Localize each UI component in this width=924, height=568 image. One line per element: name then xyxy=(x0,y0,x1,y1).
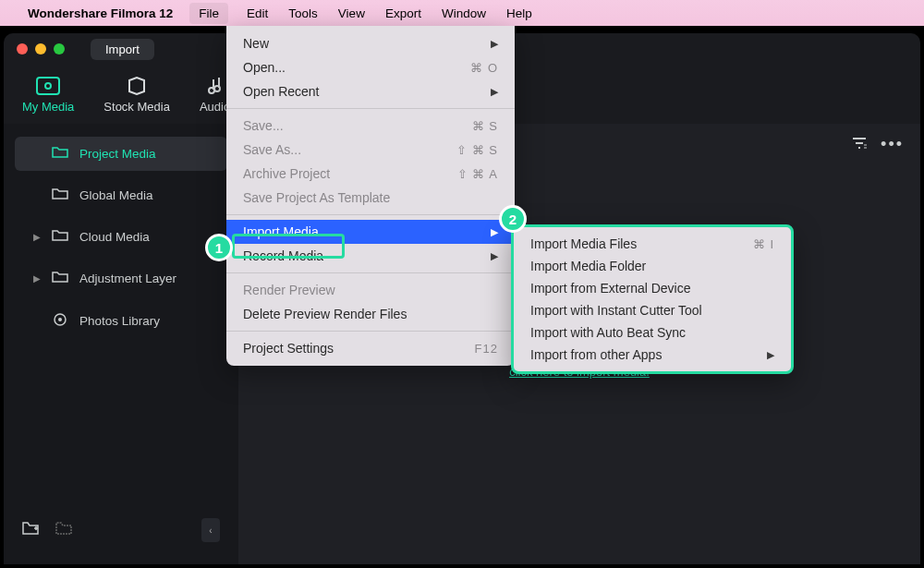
svg-rect-0 xyxy=(37,78,59,94)
nav-label: Stock Media xyxy=(103,100,170,114)
menubar-app-title: Wondershare Filmora 12 xyxy=(28,6,173,20)
traffic-lights xyxy=(17,43,65,54)
menu-separator xyxy=(226,108,515,109)
menubar-window[interactable]: Window xyxy=(440,3,488,24)
nav-stock-media[interactable]: Stock Media xyxy=(103,76,170,114)
stock-icon xyxy=(125,76,149,96)
menubar-file[interactable]: File xyxy=(189,3,228,24)
submenu-import-files[interactable]: Import Media Files⌘ I xyxy=(514,233,791,255)
media-icon xyxy=(36,76,60,96)
menubar-view[interactable]: View xyxy=(336,3,367,24)
shortcut-label: ⌘ I xyxy=(753,237,774,251)
menu-delete-preview[interactable]: Delete Preview Render Files xyxy=(226,302,515,326)
import-button[interactable]: Import xyxy=(91,39,154,60)
menu-new[interactable]: New▶ xyxy=(226,31,515,55)
submenu-import-folder[interactable]: Import Media Folder xyxy=(514,255,791,277)
photos-icon xyxy=(52,312,68,330)
sidebar-item-project-media[interactable]: Project Media xyxy=(15,137,227,171)
sidebar-item-photos-library[interactable]: Photos Library xyxy=(15,303,227,339)
chevron-right-icon: ▶ xyxy=(491,38,498,50)
folder-icon xyxy=(52,271,68,286)
menu-project-settings[interactable]: Project SettingsF12 xyxy=(226,336,515,360)
submenu-instant-cutter[interactable]: Import with Instant Cutter Tool xyxy=(514,299,791,321)
menubar-edit[interactable]: Edit xyxy=(245,3,270,24)
nav-label: My Media xyxy=(22,100,74,114)
chevron-right-icon: ▶ xyxy=(33,232,41,242)
submenu-other-apps[interactable]: Import from other Apps▶ xyxy=(514,344,791,366)
menu-save-template: Save Project As Template xyxy=(226,186,515,210)
shortcut-label: F12 xyxy=(475,342,498,356)
svg-point-9 xyxy=(58,318,62,321)
folder-icon xyxy=(52,229,68,245)
annotation-badge-2: 2 xyxy=(499,205,527,233)
annotation-badge-1: 1 xyxy=(205,234,233,261)
sidebar-item-label: Global Media xyxy=(79,188,153,202)
sidebar-item-adjustment-layer[interactable]: ▶ Adjustment Layer xyxy=(15,261,227,296)
sidebar: Project Media Global Media ▶ Cloud Media… xyxy=(4,124,238,564)
delete-folder-icon[interactable] xyxy=(55,521,74,539)
menubar-export[interactable]: Export xyxy=(383,3,423,24)
sidebar-item-global-media[interactable]: Global Media xyxy=(15,178,227,212)
menu-archive-project: Archive Project⇧ ⌘ A xyxy=(226,162,515,186)
audio-icon xyxy=(203,76,227,96)
menu-separator xyxy=(226,214,515,215)
new-folder-icon[interactable] xyxy=(22,521,41,539)
shortcut-label: ⇧ ⌘ S xyxy=(456,143,498,157)
menu-open[interactable]: Open...⌘ O xyxy=(226,55,515,79)
svg-point-1 xyxy=(45,83,51,89)
file-menu-dropdown: New▶ Open...⌘ O Open Recent▶ Save...⌘ S … xyxy=(226,26,515,366)
submenu-auto-beat-sync[interactable]: Import with Auto Beat Sync xyxy=(514,321,791,344)
menu-save-as: Save As...⇧ ⌘ S xyxy=(226,138,515,162)
minimize-window-button[interactable] xyxy=(35,43,46,54)
svg-point-3 xyxy=(214,86,220,91)
menu-save: Save...⌘ S xyxy=(226,114,515,138)
menu-record-media[interactable]: Record Media▶ xyxy=(226,244,515,268)
menu-import-media[interactable]: Import Media▶ xyxy=(226,220,515,244)
shortcut-label: ⌘ S xyxy=(472,119,498,133)
folder-icon xyxy=(52,146,68,162)
menubar-tools[interactable]: Tools xyxy=(286,3,320,24)
chevron-right-icon: ▶ xyxy=(491,250,498,262)
menu-separator xyxy=(226,272,515,273)
close-window-button[interactable] xyxy=(17,43,28,54)
menu-render-preview: Render Preview xyxy=(226,278,515,302)
maximize-window-button[interactable] xyxy=(54,43,65,54)
macos-menubar: Wondershare Filmora 12 File Edit Tools V… xyxy=(0,0,924,26)
chevron-right-icon: ▶ xyxy=(767,349,774,361)
sidebar-item-label: Cloud Media xyxy=(79,230,150,244)
menubar-help[interactable]: Help xyxy=(505,3,534,24)
chevron-right-icon: ▶ xyxy=(491,226,498,238)
sidebar-item-label: Photos Library xyxy=(79,314,160,328)
chevron-right-icon: ▶ xyxy=(491,86,498,98)
sidebar-footer: ‹ xyxy=(4,505,238,555)
chevron-right-icon: ▶ xyxy=(33,273,41,284)
submenu-import-external[interactable]: Import from External Device xyxy=(514,277,791,299)
menu-separator xyxy=(226,331,515,332)
import-media-submenu: Import Media Files⌘ I Import Media Folde… xyxy=(511,224,794,374)
sidebar-item-label: Adjustment Layer xyxy=(79,272,176,285)
sidebar-item-label: Project Media xyxy=(79,147,156,161)
nav-my-media[interactable]: My Media xyxy=(22,76,74,114)
filter-icon[interactable] xyxy=(851,136,868,153)
sidebar-collapse-button[interactable]: ‹ xyxy=(201,518,220,542)
menu-open-recent[interactable]: Open Recent▶ xyxy=(226,79,515,103)
folder-icon xyxy=(52,187,68,203)
more-options-icon[interactable]: ••• xyxy=(881,135,904,154)
shortcut-label: ⌘ O xyxy=(470,61,498,75)
shortcut-label: ⇧ ⌘ A xyxy=(457,167,498,181)
sidebar-item-cloud-media[interactable]: ▶ Cloud Media xyxy=(15,220,227,254)
